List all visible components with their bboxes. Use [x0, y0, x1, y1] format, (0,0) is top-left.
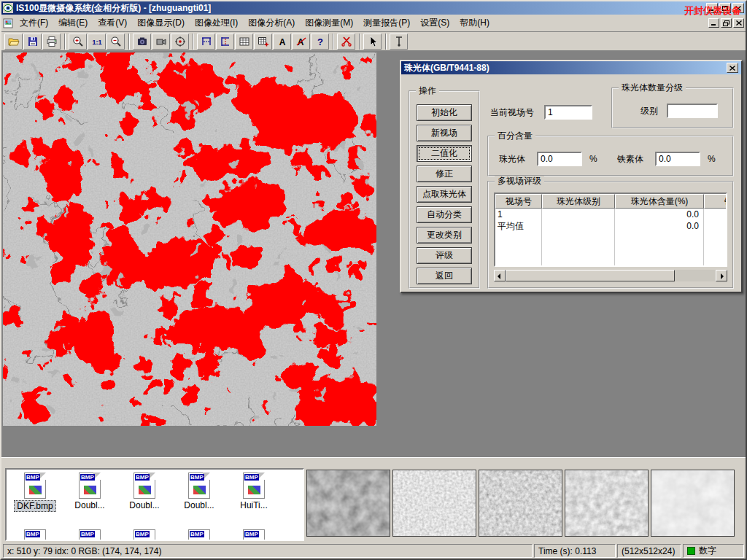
open-button[interactable] — [4, 34, 23, 50]
menu-edit[interactable]: 编辑(E) — [53, 15, 93, 31]
close-icon — [735, 6, 741, 11]
table-cell[interactable]: 0.0 — [615, 209, 704, 220]
thumbnail-2[interactable] — [392, 470, 476, 537]
auto-classify-button[interactable]: 自动分类 — [417, 206, 472, 223]
binarize-button[interactable]: 二值化 — [417, 145, 472, 162]
maximize-button[interactable] — [719, 3, 731, 13]
table-cell[interactable] — [704, 220, 727, 232]
target-button[interactable] — [171, 34, 189, 50]
table-cell[interactable]: 1 — [495, 209, 542, 220]
rating-table[interactable]: 视场号 珠光体级别 珠光体含量(%) 铁素 1 0.0 平均值 0.0 — [494, 192, 727, 267]
bmp-file-icon: BMP — [133, 472, 155, 499]
menu-help[interactable]: 帮助(H) — [454, 15, 495, 31]
save-button[interactable] — [23, 34, 42, 50]
table-cell[interactable]: 0.0 — [615, 220, 704, 232]
measure-height-button[interactable] — [216, 34, 234, 50]
status-image-size: (512x512x24) — [617, 544, 681, 558]
pick-button[interactable] — [363, 34, 382, 50]
table-cell[interactable]: 平均值 — [495, 220, 542, 232]
file-item[interactable]: BMP HuiTi... — [227, 472, 281, 510]
col-header-content[interactable]: 珠光体含量(%) — [615, 194, 704, 209]
ferrite-input[interactable] — [655, 152, 700, 166]
menu-image-process[interactable]: 图像处理(I) — [190, 15, 243, 31]
file-list[interactable]: BMP DKF.bmp BMP Doubl... BMP Doubl... BM… — [5, 468, 304, 541]
minimize-button[interactable] — [706, 3, 718, 13]
col-header-field[interactable]: 视场号 — [495, 194, 542, 209]
file-item[interactable]: BMP — [227, 529, 281, 541]
scrollbar-track[interactable] — [675, 270, 716, 281]
file-label[interactable]: HuiTi... — [238, 500, 270, 510]
current-field-input[interactable] — [544, 105, 592, 120]
capture-button[interactable] — [133, 34, 151, 50]
status-mode-label: 数字 — [699, 545, 716, 557]
measure-width-button[interactable] — [197, 34, 215, 50]
digital-mode-icon — [687, 547, 695, 555]
grid-button[interactable] — [235, 34, 253, 50]
scrollbar-thumb[interactable] — [506, 270, 675, 281]
menu-settings[interactable]: 设置(S) — [415, 15, 454, 31]
scroll-left-button[interactable] — [494, 270, 506, 281]
cut-button[interactable] — [337, 34, 355, 50]
thumbnail-5[interactable] — [651, 470, 735, 537]
file-label[interactable]: Doubl... — [72, 500, 107, 510]
close-button[interactable] — [732, 3, 744, 13]
mdi-close-button[interactable] — [733, 18, 744, 28]
rate-button[interactable]: 评级 — [417, 247, 472, 264]
initialize-button[interactable]: 初始化 — [417, 104, 472, 121]
dialog-close-button[interactable] — [727, 63, 738, 73]
file-label[interactable]: Doubl... — [127, 500, 161, 510]
font-button[interactable]: A — [273, 34, 291, 50]
dialog-title-bar[interactable]: 珠光体(GB/T9441-88) — [401, 61, 741, 74]
menu-view[interactable]: 查看(V) — [93, 15, 132, 31]
new-field-button[interactable]: 新视场 — [417, 125, 472, 141]
return-button[interactable]: 返回 — [417, 268, 472, 284]
thumbnail-4[interactable] — [565, 470, 649, 537]
table-horizontal-scrollbar[interactable] — [494, 270, 727, 281]
table-cell[interactable] — [704, 209, 727, 220]
file-item[interactable]: BMP — [117, 529, 171, 541]
file-label[interactable]: DKF.bmp — [14, 500, 55, 512]
file-label[interactable]: Doubl... — [182, 500, 216, 510]
level-input[interactable] — [667, 104, 718, 118]
menu-file[interactable]: 文件(F) — [15, 15, 53, 31]
zoom-out-button[interactable] — [107, 34, 125, 50]
table-cell[interactable] — [542, 209, 615, 220]
help-button[interactable]: ? — [311, 34, 329, 50]
table-cell[interactable] — [542, 220, 615, 232]
operation-group-label: 操作 — [416, 85, 439, 96]
menu-image-display[interactable]: 图像显示(D) — [132, 15, 190, 31]
thumbnail-3[interactable] — [479, 470, 562, 537]
mdi-restore-button[interactable] — [721, 18, 732, 28]
ferrite-percent-sign: % — [708, 152, 716, 166]
menu-report[interactable]: 测量报告(P) — [358, 15, 415, 31]
file-item[interactable]: BMP — [8, 529, 62, 541]
menu-image-measure[interactable]: 图像测量(M) — [300, 15, 358, 31]
file-item[interactable]: BMP Doubl... — [63, 472, 117, 510]
print-button[interactable] — [42, 34, 61, 50]
mdi-minimize-button[interactable] — [708, 18, 719, 28]
change-class-button[interactable]: 更改类别 — [417, 227, 472, 244]
bmp-file-icon: BMP — [188, 529, 210, 541]
file-item[interactable]: BMP — [172, 529, 226, 541]
camera-icon — [136, 36, 148, 47]
file-item[interactable]: BMP Doubl... — [172, 472, 226, 510]
video-button[interactable] — [152, 34, 170, 50]
file-item[interactable]: BMP Doubl... — [117, 472, 171, 510]
thumbnail-1[interactable] — [306, 470, 390, 537]
scroll-right-button[interactable] — [716, 270, 727, 281]
pick-pearlite-button[interactable]: 点取珠光体 — [417, 186, 472, 203]
grid-add-button[interactable] — [254, 34, 272, 50]
specimen-image[interactable] — [3, 52, 376, 426]
zoom-in-button[interactable] — [69, 34, 87, 50]
correct-button[interactable]: 修正 — [417, 166, 472, 182]
font-strike-button[interactable]: A — [292, 34, 310, 50]
col-header-level[interactable]: 珠光体级别 — [542, 194, 615, 209]
plumb-button[interactable] — [390, 34, 408, 50]
col-header-ferrite[interactable]: 铁素 — [704, 194, 727, 209]
actual-size-button[interactable]: 1:1 — [88, 34, 106, 50]
file-item[interactable]: BMP — [63, 529, 117, 541]
file-item[interactable]: BMP DKF.bmp — [8, 472, 62, 512]
bmp-file-icon: BMP — [243, 472, 265, 499]
menu-image-analysis[interactable]: 图像分析(A) — [243, 15, 300, 31]
pearlite-input[interactable] — [537, 152, 582, 166]
